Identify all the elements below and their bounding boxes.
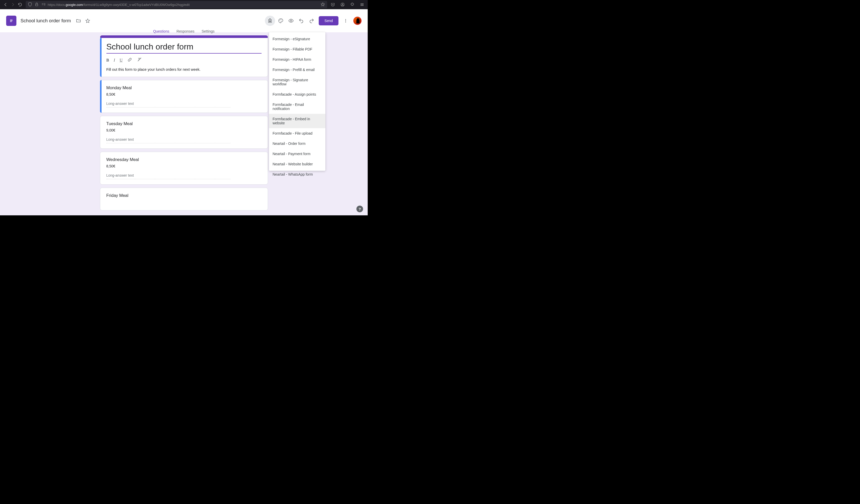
answer-placeholder: Long-answer text	[106, 173, 230, 179]
addon-item[interactable]: Formfacade - Embed in website	[269, 114, 325, 128]
hamburger-menu-icon[interactable]	[358, 1, 366, 8]
svg-point-7	[290, 20, 292, 21]
pocket-icon[interactable]	[329, 1, 336, 8]
bold-icon[interactable]: B	[106, 58, 109, 62]
addon-item[interactable]: Formesign - Signature workflow	[269, 75, 325, 89]
answer-placeholder: Long-answer text	[106, 138, 230, 143]
shield-icon	[28, 2, 32, 8]
rich-text-toolbar: B I U	[106, 56, 261, 65]
question-card[interactable]: Monday Meal 8,50€ Long-answer text	[100, 80, 268, 113]
tab-settings[interactable]: Settings	[201, 27, 216, 37]
tab-questions[interactable]: Questions	[152, 27, 170, 37]
question-title[interactable]: Wednesday Meal	[106, 157, 261, 162]
back-button[interactable]	[2, 1, 9, 8]
question-card[interactable]: Wednesday Meal 8,50€ Long-answer text	[100, 152, 268, 185]
svg-point-6	[281, 20, 282, 20]
address-bar[interactable]: https://docs.google.com/forms/d/1Lw9g9ym…	[26, 1, 327, 8]
answer-placeholder: Long-answer text	[106, 102, 230, 107]
permissions-icon	[41, 2, 46, 8]
italic-icon[interactable]: I	[114, 58, 115, 62]
svg-point-10	[345, 22, 346, 23]
addon-item[interactable]: Formesign - eSignature	[269, 34, 325, 44]
addon-item[interactable]: Neartail - Payment form	[269, 149, 325, 159]
question-title[interactable]: Monday Meal	[106, 85, 261, 90]
reload-button[interactable]	[16, 1, 24, 8]
svg-point-9	[345, 20, 346, 21]
addon-item[interactable]: Formfacade - File upload	[269, 128, 325, 139]
addon-item[interactable]: Formesign - Prefill & email	[269, 64, 325, 75]
help-fab-icon[interactable]: ?	[356, 206, 363, 212]
question-title[interactable]: Friday Meal	[106, 193, 261, 198]
addon-item[interactable]: Formesign - HIPAA form	[269, 54, 325, 64]
addon-item[interactable]: Formfacade - Email notification	[269, 99, 325, 114]
addon-item[interactable]: Formesign - Fillable PDF	[269, 44, 325, 54]
question-card[interactable]: Tuesday Meal 9,00€ Long-answer text	[100, 116, 268, 149]
addon-item[interactable]: Formfacade - Assign points	[269, 89, 325, 99]
forward-button[interactable]	[9, 1, 16, 8]
addon-item[interactable]: Neartail - Website builder	[269, 159, 325, 169]
browser-toolbar: https://docs.google.com/forms/d/1Lw9g9ym…	[0, 0, 368, 9]
clear-formatting-icon[interactable]	[137, 57, 142, 63]
question-title[interactable]: Tuesday Meal	[106, 121, 261, 126]
addon-item[interactable]: Neartail - WhatsApp form	[269, 169, 325, 179]
document-title[interactable]: School lunch order form	[20, 18, 71, 24]
underline-icon[interactable]: U	[120, 58, 123, 62]
form-description[interactable]: Fill out this form to place your lunch o…	[106, 68, 261, 72]
addons-dropdown: Formesign - eSignature Formesign - Filla…	[269, 32, 325, 171]
addon-item[interactable]: Neartail - Order form	[269, 139, 325, 149]
svg-point-5	[280, 19, 281, 20]
account-icon[interactable]	[339, 1, 346, 8]
bookmark-star-icon[interactable]	[320, 2, 325, 8]
extensions-icon[interactable]	[349, 1, 356, 8]
question-card[interactable]: Friday Meal	[100, 188, 268, 211]
form-title[interactable]: School lunch order form	[106, 42, 261, 54]
lock-icon	[34, 2, 39, 8]
question-description[interactable]: 9,00€	[106, 128, 261, 132]
form-tabs: Questions Responses Settings	[152, 24, 216, 37]
svg-point-8	[345, 19, 346, 20]
svg-point-2	[342, 4, 343, 5]
form-header-card[interactable]: School lunch order form B I U Fill out t…	[100, 35, 268, 77]
svg-rect-0	[35, 4, 38, 6]
question-description[interactable]: 8,50€	[106, 164, 261, 168]
url-text: https://docs.google.com/forms/d/1Lw9g9ym…	[48, 3, 190, 7]
link-icon[interactable]	[127, 57, 132, 63]
tab-responses[interactable]: Responses	[175, 27, 196, 37]
app-viewport: School lunch order form Send Questions R…	[0, 9, 368, 215]
question-description[interactable]: 8,50€	[106, 92, 261, 96]
svg-point-4	[280, 20, 280, 20]
